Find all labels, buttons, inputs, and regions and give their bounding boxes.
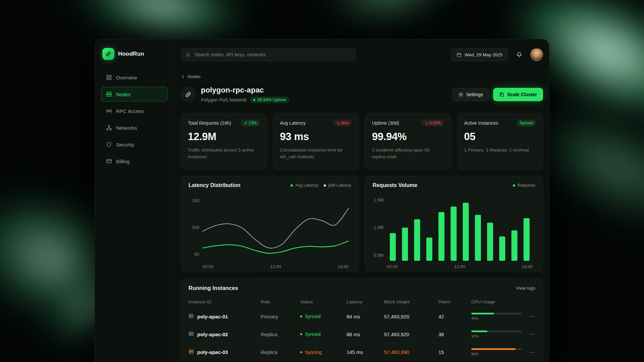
sidebar: HoodRun Overview Nodes RPC Access Networ… <box>95 39 174 362</box>
date-picker[interactable]: Wed, 29 May 2025 <box>451 48 508 61</box>
column-header: Status <box>300 299 346 304</box>
sidebar-item-nodes[interactable]: Nodes <box>101 87 168 102</box>
svg-text:50: 50 <box>195 252 199 257</box>
legend-dot <box>290 184 293 187</box>
latency-chart: 5010015000:0012:0024:00 <box>189 191 351 266</box>
charts-grid: Latency Distribution Avg Latencyp99 Late… <box>181 176 543 272</box>
server-icon <box>189 349 194 355</box>
stat-card: Uptime (30d) ↘ 0.02% 99.94% 2 incidents … <box>365 113 451 170</box>
instance-block-height: 57,483,920 <box>384 331 438 337</box>
user-avatar[interactable] <box>530 48 543 61</box>
instance-status: Synced <box>300 331 346 337</box>
search-input[interactable] <box>181 48 356 61</box>
sidebar-item-networks[interactable]: Networks <box>101 120 168 135</box>
legend-item: p99 Latency <box>324 183 351 188</box>
cpu-bar <box>471 313 494 314</box>
svg-text:1.0M: 1.0M <box>374 225 383 230</box>
shield-icon <box>106 141 112 147</box>
stat-title: Uptime (30d) <box>372 120 399 126</box>
instance-id: poly-apac-03 <box>197 349 228 355</box>
svg-text:12:00: 12:00 <box>270 264 281 269</box>
table-row: poly-apac-03 Replica Syncing 145 ms 57,4… <box>189 343 535 361</box>
table-row: poly-apac-02 Replica Synced 88 ms 57,483… <box>189 325 535 343</box>
chart-legend: Avg Latencyp99 Latency <box>290 183 351 188</box>
stat-card: Avg Latency ↘ 8ms 93 ms Consolidated res… <box>273 113 359 170</box>
chart-title: Latency Distribution <box>189 182 240 188</box>
stat-value: 93 ms <box>280 131 352 143</box>
uptime-badge: 99.94% Uptime <box>250 97 289 103</box>
trend-arrow-icon: ↘ <box>425 121 428 125</box>
cpu-percent-label: 88% <box>471 352 523 356</box>
sidebar-item-rpc-access[interactable]: RPC Access <box>101 104 168 118</box>
stat-badge-label: 0.02% <box>429 121 441 125</box>
page-subtitle: Polygon PoS Network 99.94% Uptime <box>201 97 289 103</box>
row-menu-button[interactable]: ⋯ <box>523 331 535 337</box>
network-icon <box>106 125 112 131</box>
notifications-button[interactable] <box>514 49 525 60</box>
scale-cluster-button[interactable]: Scale Cluster <box>493 88 543 101</box>
legend-dot <box>324 184 326 187</box>
stat-card: Active Instances Synced 05 1 Primary, 3 … <box>457 113 543 170</box>
row-menu-button[interactable]: ⋯ <box>523 349 535 355</box>
stat-badge: ↘ 0.02% <box>422 120 444 126</box>
brand: HoodRun <box>101 48 168 60</box>
status-dot <box>300 351 302 353</box>
page-header: polygon-rpc-apac Polygon PoS Network 99.… <box>181 86 543 103</box>
instance-block-height: 57,483,890 <box>384 349 438 355</box>
table-row: poly-apac-01 Primary Synced 84 ms 57,483… <box>189 308 535 325</box>
svg-text:0.5M: 0.5M <box>374 253 383 258</box>
cpu-percent-label: 32% <box>471 334 523 338</box>
stat-description: Consolidated response time for eth_call … <box>280 147 352 160</box>
breadcrumb[interactable]: Nodes <box>181 74 201 79</box>
instance-id: poly-apac-02 <box>197 331 228 337</box>
instance-peers: 42 <box>438 314 471 319</box>
stat-badge: ↗ 13% <box>241 120 260 126</box>
sidebar-nav: Overview Nodes RPC Access Networks Secur… <box>101 70 168 169</box>
status-dot <box>300 333 302 335</box>
sidebar-item-billing[interactable]: Billing <box>101 154 168 169</box>
link-icon <box>102 48 114 60</box>
cpu-bar <box>471 330 487 332</box>
stat-title: Total Requests (24h) <box>188 120 231 126</box>
instance-latency: 145 ms <box>346 349 384 355</box>
uptime-badge-label: 99.94% Uptime <box>257 98 286 102</box>
column-header: Peers <box>438 299 471 304</box>
settings-button[interactable]: Settings <box>452 88 489 101</box>
svg-text:24:00: 24:00 <box>337 264 348 269</box>
chart-legend: Requests <box>513 183 535 188</box>
stat-value: 99.94% <box>372 131 444 143</box>
instance-peers: 15 <box>438 349 471 355</box>
node-link-icon <box>181 87 196 102</box>
legend-item: Avg Latency <box>290 183 318 188</box>
brand-name: HoodRun <box>118 51 144 57</box>
column-header: Role <box>261 299 300 304</box>
legend-dot <box>513 184 515 187</box>
status-dot <box>253 99 255 101</box>
cpu-bar <box>471 348 516 350</box>
sidebar-item-overview[interactable]: Overview <box>101 70 168 85</box>
instance-peers: 38 <box>438 331 471 337</box>
stat-badge-label: Synced <box>520 121 533 125</box>
stat-value: 05 <box>464 131 536 143</box>
broadcast-icon <box>106 108 112 114</box>
stat-badge: Synced <box>517 120 536 126</box>
cpu-percent-label: 45% <box>471 316 523 320</box>
sidebar-item-security[interactable]: Security <box>101 137 168 152</box>
svg-text:12:00: 12:00 <box>454 264 465 269</box>
background-glow <box>298 0 480 39</box>
instance-latency: 88 ms <box>346 331 384 337</box>
page-titles: polygon-rpc-apac Polygon PoS Network 99.… <box>201 86 289 103</box>
view-logs-link[interactable]: View logs <box>516 286 535 291</box>
server-icon <box>189 313 194 320</box>
search-icon <box>185 52 191 57</box>
legend-item: Requests <box>513 183 535 188</box>
chart-title: Requests Volume <box>373 182 417 188</box>
status-dot <box>300 315 302 317</box>
scale-cluster-label: Scale Cluster <box>507 92 537 97</box>
svg-text:00:00: 00:00 <box>203 264 214 269</box>
row-menu-button[interactable]: ⋯ <box>523 313 535 319</box>
running-instances-card: Running Instances View logs Instance IDR… <box>181 278 543 361</box>
settings-label: Settings <box>466 92 483 97</box>
date-label: Wed, 29 May 2025 <box>465 52 502 57</box>
grid-icon <box>106 74 112 80</box>
